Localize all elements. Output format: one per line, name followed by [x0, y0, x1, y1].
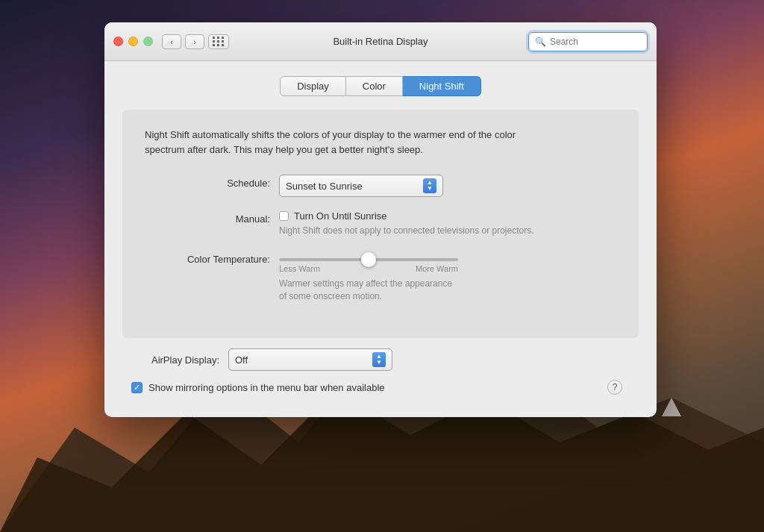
schedule-select[interactable]: Sunset to Sunrise ▲ ▼	[279, 175, 443, 197]
slider-label-less: Less Warm	[279, 264, 320, 273]
search-input[interactable]	[550, 37, 641, 47]
airplay-row: AirPlay Display: Off ▲ ▼	[122, 348, 639, 371]
manual-row: Manual: Turn On Until Sunrise Night Shif…	[145, 210, 616, 237]
search-icon: 🔍	[535, 37, 546, 47]
close-button[interactable]	[113, 37, 123, 46]
schedule-select-value: Sunset to Sunrise	[286, 181, 419, 192]
slider-wrap: Less Warm More Warm Warmer settings may …	[279, 251, 488, 303]
color-temperature-slider[interactable]	[279, 258, 458, 261]
airplay-select[interactable]: Off ▲ ▼	[228, 348, 392, 371]
traffic-lights	[113, 37, 153, 46]
manual-label: Manual:	[145, 210, 279, 225]
slider-labels: Less Warm More Warm	[279, 264, 458, 273]
color-temperature-label: Color Temperature:	[145, 251, 279, 265]
schedule-control: Sunset to Sunrise ▲ ▼	[279, 175, 616, 197]
grid-view-button[interactable]	[208, 34, 229, 49]
nav-buttons: ‹ ›	[162, 34, 204, 49]
airplay-select-arrows: ▲ ▼	[372, 352, 386, 367]
titlebar: ‹ › Built-in Retina Display 🔍	[104, 22, 657, 61]
minimize-button[interactable]	[128, 37, 138, 46]
manual-control: Turn On Until Sunrise Night Shift does n…	[279, 210, 616, 237]
manual-checkbox[interactable]	[279, 211, 289, 221]
window-content: Display Color Night Shift Night Shift au…	[104, 61, 657, 417]
manual-note: Night Shift does not apply to connected …	[279, 225, 616, 237]
forward-icon: ›	[193, 37, 196, 46]
mirror-row: ✓ Show mirroring options in the menu bar…	[122, 380, 639, 395]
maximize-button[interactable]	[143, 37, 153, 46]
checkmark-icon: ✓	[134, 384, 140, 392]
tab-color[interactable]: Color	[346, 76, 403, 96]
color-temperature-row: Color Temperature: Less Warm More Warm W…	[145, 251, 616, 303]
slider-label-more: More Warm	[416, 264, 458, 273]
manual-checkbox-label: Turn On Until Sunrise	[294, 210, 387, 222]
color-temperature-note: Warmer settings may affect the appearanc…	[279, 278, 458, 303]
tab-night-shift[interactable]: Night Shift	[403, 76, 481, 96]
airplay-select-value: Off	[235, 354, 368, 366]
night-shift-panel: Night Shift automatically shifts the col…	[122, 110, 639, 338]
bottom-section: AirPlay Display: Off ▲ ▼ ✓ Show mirrorin…	[122, 338, 639, 402]
schedule-select-arrows: ▲ ▼	[423, 178, 436, 193]
back-button[interactable]: ‹	[162, 34, 181, 49]
airplay-label: AirPlay Display:	[122, 354, 219, 366]
airplay-arrow-down-icon: ▼	[376, 360, 382, 366]
mirror-checkbox[interactable]: ✓	[131, 382, 143, 393]
schedule-row: Schedule: Sunset to Sunrise ▲ ▼	[145, 175, 616, 197]
schedule-label: Schedule:	[145, 175, 279, 189]
search-box[interactable]: 🔍	[528, 32, 648, 51]
arrow-down-icon: ▼	[427, 186, 433, 192]
back-icon: ‹	[170, 37, 173, 46]
tab-display[interactable]: Display	[280, 76, 346, 96]
night-shift-description: Night Shift automatically shifts the col…	[145, 128, 548, 157]
tab-bar: Display Color Night Shift	[122, 76, 639, 96]
mirror-label: Show mirroring options in the menu bar w…	[148, 382, 385, 393]
grid-dots-icon	[213, 37, 225, 46]
help-button[interactable]: ?	[607, 380, 622, 395]
window-title: Built-in Retina Display	[333, 36, 428, 47]
preferences-window: ‹ › Built-in Retina Display 🔍 Display Co…	[104, 22, 657, 417]
manual-checkbox-wrap[interactable]: Turn On Until Sunrise	[279, 210, 616, 222]
color-temperature-control: Less Warm More Warm Warmer settings may …	[279, 251, 616, 303]
forward-button[interactable]: ›	[185, 34, 204, 49]
